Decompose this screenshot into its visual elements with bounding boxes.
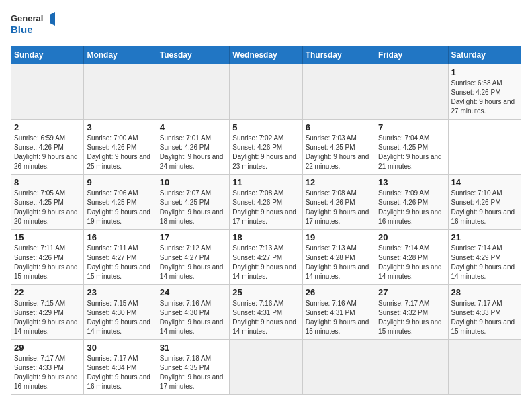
day-number: 1	[451, 67, 518, 77]
day-number: 20	[378, 232, 445, 242]
day-number: 8	[14, 177, 81, 187]
calendar-day	[302, 340, 375, 395]
day-info: Sunrise: 7:15 AMSunset: 4:29 PMDaylight:…	[14, 299, 81, 336]
day-info: Sunrise: 7:09 AMSunset: 4:26 PMDaylight:…	[378, 189, 445, 226]
calendar-day: 6Sunrise: 7:03 AMSunset: 4:25 PMDaylight…	[302, 120, 375, 175]
empty-cell	[230, 64, 302, 120]
day-number: 19	[306, 232, 372, 242]
calendar-day: 17Sunrise: 7:12 AMSunset: 4:27 PMDayligh…	[157, 230, 229, 285]
calendar-day: 1Sunrise: 6:58 AMSunset: 4:26 PMDaylight…	[448, 64, 521, 120]
day-info: Sunrise: 7:08 AMSunset: 4:26 PMDaylight:…	[232, 189, 299, 226]
day-info: Sunrise: 7:17 AMSunset: 4:33 PMDaylight:…	[14, 354, 81, 392]
day-number: 12	[306, 177, 372, 187]
calendar-week-2: 2Sunrise: 6:59 AMSunset: 4:26 PMDaylight…	[11, 120, 521, 175]
day-info: Sunrise: 7:07 AMSunset: 4:25 PMDaylight:…	[160, 189, 226, 226]
day-number: 31	[160, 342, 226, 353]
day-number: 25	[232, 287, 299, 298]
calendar-day: 2Sunrise: 6:59 AMSunset: 4:26 PMDaylight…	[11, 120, 84, 175]
header-monday: Monday	[84, 46, 157, 64]
logo-svg: GeneralBlue	[11, 11, 58, 38]
day-number: 6	[306, 122, 372, 132]
day-number: 9	[87, 177, 153, 187]
calendar-day: 31Sunrise: 7:18 AMSunset: 4:35 PMDayligh…	[157, 340, 229, 395]
calendar-day: 26Sunrise: 7:16 AMSunset: 4:31 PMDayligh…	[302, 285, 375, 340]
calendar-day: 21Sunrise: 7:14 AMSunset: 4:29 PMDayligh…	[448, 230, 521, 285]
calendar-day: 12Sunrise: 7:08 AMSunset: 4:26 PMDayligh…	[302, 175, 375, 230]
header-thursday: Thursday	[302, 46, 375, 64]
day-info: Sunrise: 7:17 AMSunset: 4:34 PMDaylight:…	[87, 354, 153, 392]
calendar-day: 4Sunrise: 7:01 AMSunset: 4:26 PMDaylight…	[157, 120, 229, 175]
empty-cell	[375, 64, 448, 120]
day-number: 5	[232, 122, 299, 132]
calendar-day: 19Sunrise: 7:13 AMSunset: 4:28 PMDayligh…	[302, 230, 375, 285]
calendar-table: SundayMondayTuesdayWednesdayThursdayFrid…	[11, 46, 521, 395]
svg-text:Blue: Blue	[11, 24, 33, 35]
header-saturday: Saturday	[448, 46, 521, 64]
header-sunday: Sunday	[11, 46, 84, 64]
calendar-day: 5Sunrise: 7:02 AMSunset: 4:26 PMDaylight…	[230, 120, 302, 175]
calendar-day: 8Sunrise: 7:05 AMSunset: 4:25 PMDaylight…	[11, 175, 84, 230]
day-number: 3	[87, 122, 153, 132]
calendar-day: 22Sunrise: 7:15 AMSunset: 4:29 PMDayligh…	[11, 285, 84, 340]
header-friday: Friday	[375, 46, 448, 64]
day-info: Sunrise: 7:08 AMSunset: 4:26 PMDaylight:…	[306, 189, 372, 226]
day-info: Sunrise: 7:04 AMSunset: 4:25 PMDaylight:…	[378, 134, 445, 171]
calendar-day: 16Sunrise: 7:11 AMSunset: 4:27 PMDayligh…	[84, 230, 157, 285]
day-number: 26	[306, 287, 372, 298]
day-info: Sunrise: 7:10 AMSunset: 4:26 PMDaylight:…	[451, 189, 518, 226]
day-number: 27	[378, 287, 445, 298]
calendar-day: 10Sunrise: 7:07 AMSunset: 4:25 PMDayligh…	[157, 175, 229, 230]
day-number: 28	[451, 287, 518, 298]
day-info: Sunrise: 7:13 AMSunset: 4:28 PMDaylight:…	[306, 244, 372, 281]
logo: GeneralBlue	[11, 11, 58, 38]
day-info: Sunrise: 7:18 AMSunset: 4:35 PMDaylight:…	[160, 354, 226, 392]
day-number: 17	[160, 232, 226, 242]
page-header: GeneralBlue	[11, 11, 521, 38]
day-number: 4	[160, 122, 226, 132]
day-number: 22	[14, 287, 81, 298]
day-info: Sunrise: 7:15 AMSunset: 4:30 PMDaylight:…	[87, 299, 153, 336]
day-number: 24	[160, 287, 226, 298]
calendar-day	[375, 340, 448, 395]
day-info: Sunrise: 7:03 AMSunset: 4:25 PMDaylight:…	[306, 134, 372, 171]
calendar-week-6: 29Sunrise: 7:17 AMSunset: 4:33 PMDayligh…	[11, 340, 521, 395]
calendar-week-3: 8Sunrise: 7:05 AMSunset: 4:25 PMDaylight…	[11, 175, 521, 230]
day-info: Sunrise: 6:58 AMSunset: 4:26 PMDaylight:…	[451, 79, 518, 116]
day-info: Sunrise: 7:14 AMSunset: 4:28 PMDaylight:…	[378, 244, 445, 281]
day-number: 21	[451, 232, 518, 242]
empty-cell	[157, 64, 229, 120]
day-info: Sunrise: 7:00 AMSunset: 4:26 PMDaylight:…	[87, 134, 153, 171]
day-number: 7	[378, 122, 445, 132]
day-info: Sunrise: 7:02 AMSunset: 4:26 PMDaylight:…	[232, 134, 299, 171]
day-number: 13	[378, 177, 445, 187]
day-number: 15	[14, 232, 81, 242]
day-info: Sunrise: 7:14 AMSunset: 4:29 PMDaylight:…	[451, 244, 518, 281]
calendar-day: 9Sunrise: 7:06 AMSunset: 4:25 PMDaylight…	[84, 175, 157, 230]
day-number: 11	[232, 177, 299, 187]
calendar-day: 30Sunrise: 7:17 AMSunset: 4:34 PMDayligh…	[84, 340, 157, 395]
calendar-day: 27Sunrise: 7:17 AMSunset: 4:32 PMDayligh…	[375, 285, 448, 340]
day-info: Sunrise: 7:16 AMSunset: 4:31 PMDaylight:…	[306, 299, 372, 336]
header-tuesday: Tuesday	[157, 46, 229, 64]
day-info: Sunrise: 7:11 AMSunset: 4:26 PMDaylight:…	[14, 244, 81, 281]
day-info: Sunrise: 7:17 AMSunset: 4:32 PMDaylight:…	[378, 299, 445, 336]
calendar-day: 20Sunrise: 7:14 AMSunset: 4:28 PMDayligh…	[375, 230, 448, 285]
day-info: Sunrise: 7:13 AMSunset: 4:27 PMDaylight:…	[232, 244, 299, 281]
day-number: 30	[87, 342, 153, 353]
header-wednesday: Wednesday	[230, 46, 302, 64]
calendar-day: 23Sunrise: 7:15 AMSunset: 4:30 PMDayligh…	[84, 285, 157, 340]
calendar-header: SundayMondayTuesdayWednesdayThursdayFrid…	[11, 46, 521, 64]
calendar-day: 13Sunrise: 7:09 AMSunset: 4:26 PMDayligh…	[375, 175, 448, 230]
day-number: 10	[160, 177, 226, 187]
empty-cell	[11, 64, 84, 120]
calendar-day: 7Sunrise: 7:04 AMSunset: 4:25 PMDaylight…	[375, 120, 448, 175]
calendar-day: 15Sunrise: 7:11 AMSunset: 4:26 PMDayligh…	[11, 230, 84, 285]
day-info: Sunrise: 7:06 AMSunset: 4:25 PMDaylight:…	[87, 189, 153, 226]
calendar-day: 14Sunrise: 7:10 AMSunset: 4:26 PMDayligh…	[448, 175, 521, 230]
day-info: Sunrise: 7:05 AMSunset: 4:25 PMDaylight:…	[14, 189, 81, 226]
day-info: Sunrise: 7:01 AMSunset: 4:26 PMDaylight:…	[160, 134, 226, 171]
svg-marker-2	[50, 12, 55, 26]
day-info: Sunrise: 7:16 AMSunset: 4:31 PMDaylight:…	[232, 299, 299, 336]
calendar-day: 24Sunrise: 7:16 AMSunset: 4:30 PMDayligh…	[157, 285, 229, 340]
day-info: Sunrise: 7:16 AMSunset: 4:30 PMDaylight:…	[160, 299, 226, 336]
